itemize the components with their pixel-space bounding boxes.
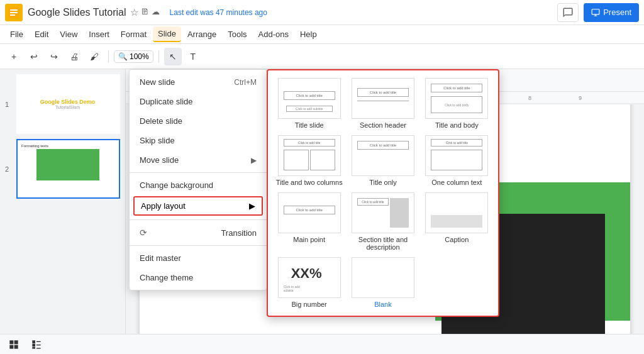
layout-title-slide[interactable]: Click to add title Click to add subtitle… (275, 78, 343, 129)
lp-std-desc (390, 198, 409, 228)
layout-preview-two-col: Click to add title (278, 135, 341, 176)
dropdown-transition[interactable]: ⟳ Transition (130, 223, 267, 243)
menu-file[interactable]: File (5, 27, 28, 41)
svg-rect-25 (36, 348, 41, 348)
lp-bn-num: XX% (291, 265, 322, 282)
layout-two-col[interactable]: Click to add title Title and two columns (275, 135, 343, 186)
dropdown-new-slide[interactable]: New slide Ctrl+M (130, 72, 267, 92)
menu-slide[interactable]: Slide (153, 26, 181, 42)
app-icon (5, 4, 23, 21)
lp-std-title: Click to add title (357, 198, 389, 206)
dropdown-duplicate-slide[interactable]: Duplicate slide (130, 92, 267, 111)
dropdown-skip-slide[interactable]: Skip slide (130, 131, 267, 150)
svg-rect-24 (36, 345, 41, 345)
menu-format[interactable]: Format (116, 27, 152, 41)
layout-blank[interactable]: Blank (349, 257, 416, 308)
layout-preview-main-point: Click to add title (278, 192, 341, 233)
menu-addons[interactable]: Add-ons (253, 27, 294, 41)
svg-text:9: 9 (579, 95, 582, 101)
slide-num-1: 1 (5, 101, 9, 108)
dropdown-apply-layout-wrap: Apply layout ▶ (130, 195, 267, 217)
dropdown-delete-slide[interactable]: Delete slide (130, 111, 267, 131)
lp-tb-title: Click to add title (431, 84, 482, 92)
lp-cap-box (431, 215, 482, 228)
thumb2-text: Formatting texts (21, 144, 114, 148)
lp-section-title: Click to add title (357, 88, 409, 97)
toolbar-add[interactable]: + (5, 48, 23, 65)
layout-label-section-header: Section header (360, 121, 406, 129)
layout-preview-title-only: Click to add title (352, 135, 414, 176)
dropdown-apply-layout[interactable]: Apply layout ▶ (133, 196, 263, 216)
dropdown-change-background[interactable]: Change background (130, 175, 267, 195)
slide-dropdown-menu: New slide Ctrl+M Duplicate slide Delete … (129, 69, 267, 290)
dropdown-sep3 (130, 245, 267, 246)
layout-section-title-desc[interactable]: Click to add title Section title and des… (349, 192, 416, 251)
layout-section-header[interactable]: Click to add title Section header (349, 78, 416, 129)
last-edit-text: Last edit was 47 minutes ago (170, 8, 267, 17)
slide-num-2: 2 (5, 165, 9, 173)
thumb1-sub: TutorialSlam (40, 105, 96, 109)
toolbar-paintformat[interactable]: 🖌 (86, 48, 103, 65)
menu-insert[interactable]: Insert (84, 27, 114, 41)
layout-caption[interactable]: Caption (423, 192, 491, 251)
toolbar-redo[interactable]: ↪ (45, 48, 63, 65)
toolbar-undo[interactable]: ↩ (25, 48, 43, 65)
menu-view[interactable]: View (55, 27, 82, 41)
slide-thumbnail-2[interactable]: Formatting texts (16, 139, 120, 199)
zoom-value: 100% (130, 52, 149, 61)
layout-preview-title-body: Click to add title Click to add body (425, 78, 488, 119)
layout-title-only[interactable]: Click to add title Title only (349, 135, 416, 186)
cloud-icon[interactable]: ☁ (152, 7, 160, 18)
transition-icon: ⟳ (140, 228, 147, 238)
dropdown-edit-master[interactable]: Edit master (130, 248, 267, 268)
layout-title-body[interactable]: Click to add title Click to add body Tit… (423, 78, 491, 129)
svg-rect-17 (14, 340, 18, 344)
menu-tools[interactable]: Tools (223, 27, 252, 41)
svg-rect-23 (36, 341, 41, 341)
lp-oc-body (431, 150, 482, 170)
menu-help[interactable]: Help (295, 27, 322, 41)
toolbar-cursor[interactable]: ↖ (164, 48, 182, 65)
layout-one-col[interactable]: Click to add title One column text (423, 135, 491, 186)
menu-arrange[interactable]: Arrange (182, 27, 221, 41)
svg-rect-3 (10, 14, 15, 16)
grid-view-btn[interactable] (5, 336, 23, 353)
svg-rect-18 (9, 345, 13, 348)
layout-label-section-title-desc: Section title and description (349, 236, 416, 251)
layout-label-blank: Blank (374, 301, 392, 308)
drive-icon[interactable]: 🖹 (141, 7, 149, 18)
slide-thumbnail-1[interactable]: Google Slides Demo TutorialSlam (16, 74, 120, 134)
layout-main-point[interactable]: Click to add title Main point (275, 192, 343, 251)
present-button[interactable]: Present (584, 3, 639, 22)
toolbar-div2 (158, 50, 159, 63)
layout-big-number[interactable]: XX% Click to add subtitle Big number (275, 257, 343, 308)
layout-grid: Click to add title Click to add subtitle… (275, 78, 491, 308)
svg-rect-2 (10, 12, 18, 13)
menu-edit[interactable]: Edit (30, 27, 53, 41)
dropdown-move-slide[interactable]: Move slide ▶ (130, 150, 267, 170)
dropdown-change-theme[interactable]: Change theme (130, 268, 267, 287)
layout-label-main-point: Main point (293, 236, 325, 243)
layout-preview-caption (425, 192, 488, 233)
svg-rect-4 (592, 9, 599, 14)
star-icon[interactable]: ☆ (130, 7, 138, 18)
toolbar-print[interactable]: 🖨 (65, 48, 83, 65)
app-title: Google Slides Tutorial (28, 7, 126, 18)
layout-preview-blank (352, 257, 414, 298)
thumb1-title: Google Slides Demo (40, 99, 96, 105)
title-icons: ☆ 🖹 ☁ (130, 7, 160, 18)
list-view-btn[interactable] (28, 336, 45, 353)
layout-preview-big-number: XX% Click to add subtitle (278, 257, 341, 298)
toolbar-text[interactable]: T (184, 48, 202, 65)
layout-preview-section-title-desc: Click to add title (352, 192, 414, 233)
zoom-icon: 🔍 (118, 52, 128, 61)
zoom-control[interactable]: 🔍 100% (114, 50, 153, 63)
comment-button[interactable] (557, 3, 579, 22)
layout-preview-section-header: Click to add title (352, 78, 414, 119)
menubar: File Edit View Insert Format Slide Arran… (0, 25, 644, 44)
thumb2-green-rect (36, 149, 99, 180)
toolbar-div1 (108, 50, 109, 63)
lp-bn-sub: Click to add subtitle (284, 285, 309, 292)
layout-label-caption: Caption (445, 236, 469, 243)
toolbar: + ↩ ↪ 🖨 🖌 🔍 100% ↖ T (0, 44, 644, 69)
